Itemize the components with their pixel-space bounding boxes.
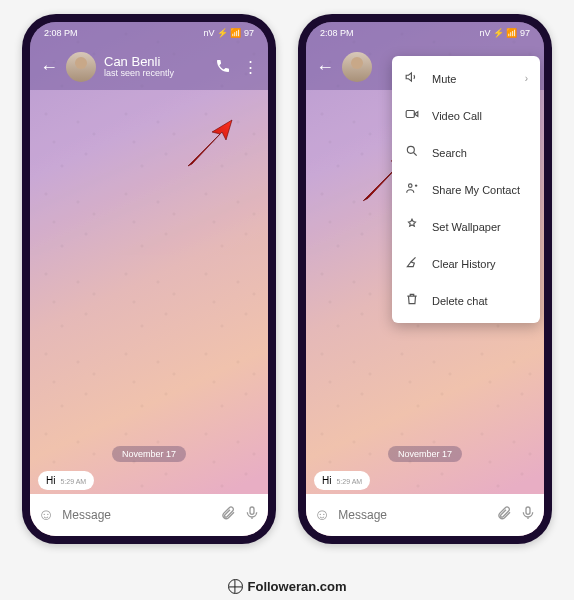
wallpaper-icon xyxy=(404,218,420,235)
search-icon xyxy=(404,144,420,161)
menu-label: Video Call xyxy=(432,110,482,122)
avatar[interactable] xyxy=(342,52,372,82)
date-label: November 17 xyxy=(112,446,186,462)
back-icon[interactable]: ← xyxy=(316,57,334,78)
chat-body[interactable]: November 17 Hi 5:29 AM xyxy=(30,90,268,494)
sticker-icon[interactable]: ☺ xyxy=(314,506,330,524)
footer-credit: Followeran.com xyxy=(0,579,574,594)
back-icon[interactable]: ← xyxy=(40,57,58,78)
menu-label: Mute xyxy=(432,73,456,85)
message-time: 5:29 AM xyxy=(336,478,362,485)
menu-item-video-call[interactable]: Video Call xyxy=(392,97,540,134)
date-label: November 17 xyxy=(388,446,462,462)
trash-icon xyxy=(404,292,420,309)
svg-point-4 xyxy=(409,184,413,188)
share-contact-icon xyxy=(404,181,420,198)
mic-icon[interactable] xyxy=(520,505,536,525)
message-time: 5:29 AM xyxy=(60,478,86,485)
menu-label: Search xyxy=(432,147,467,159)
mic-icon[interactable] xyxy=(244,505,260,525)
svg-rect-0 xyxy=(250,507,254,514)
contact-name: Can Benli xyxy=(104,55,215,69)
menu-item-clear-history[interactable]: Clear History xyxy=(392,245,540,282)
menu-item-share-contact[interactable]: Share My Contact xyxy=(392,171,540,208)
contact-status: last seen recently xyxy=(104,69,215,79)
status-indicators: nV ⚡ 📶 97 xyxy=(203,28,254,38)
sticker-icon[interactable]: ☺ xyxy=(38,506,54,524)
globe-icon xyxy=(228,579,243,594)
menu-item-mute[interactable]: Mute › xyxy=(392,60,540,97)
phone-right: 2:08 PM nV ⚡ 📶 97 ← ⋮ November 17 Hi 5:2… xyxy=(298,14,552,544)
menu-item-search[interactable]: Search xyxy=(392,134,540,171)
status-indicators: nV ⚡ 📶 97 xyxy=(479,28,530,38)
call-icon[interactable] xyxy=(215,58,231,77)
message-text: Hi xyxy=(46,475,55,486)
phone-left: 2:08 PM nV ⚡ 📶 97 ← Can Benli last seen … xyxy=(22,14,276,544)
svg-point-3 xyxy=(407,146,414,153)
message-input[interactable] xyxy=(62,508,212,522)
incoming-message[interactable]: Hi 5:29 AM xyxy=(38,471,94,490)
menu-item-delete-chat[interactable]: Delete chat xyxy=(392,282,540,319)
chevron-right-icon: › xyxy=(525,73,528,84)
video-icon xyxy=(404,107,420,124)
options-menu: Mute › Video Call Search Share My Contac… xyxy=(392,56,540,323)
chat-header: ← Can Benli last seen recently ⋮ xyxy=(30,44,268,90)
message-text: Hi xyxy=(322,475,331,486)
mute-icon xyxy=(404,70,420,87)
attach-icon[interactable] xyxy=(496,505,512,525)
svg-rect-1 xyxy=(526,507,530,514)
incoming-message[interactable]: Hi 5:29 AM xyxy=(314,471,370,490)
status-bar: 2:08 PM nV ⚡ 📶 97 xyxy=(30,22,268,44)
menu-label: Set Wallpaper xyxy=(432,221,501,233)
footer-text: Followeran.com xyxy=(248,579,347,594)
status-bar: 2:08 PM nV ⚡ 📶 97 xyxy=(306,22,544,44)
message-input-bar: ☺ xyxy=(306,494,544,536)
menu-label: Delete chat xyxy=(432,295,488,307)
message-input[interactable] xyxy=(338,508,488,522)
avatar[interactable] xyxy=(66,52,96,82)
svg-rect-2 xyxy=(406,111,414,118)
contact-info[interactable]: Can Benli last seen recently xyxy=(104,55,215,79)
menu-label: Share My Contact xyxy=(432,184,520,196)
status-time: 2:08 PM xyxy=(44,28,78,38)
status-time: 2:08 PM xyxy=(320,28,354,38)
message-input-bar: ☺ xyxy=(30,494,268,536)
menu-item-wallpaper[interactable]: Set Wallpaper xyxy=(392,208,540,245)
menu-label: Clear History xyxy=(432,258,496,270)
more-icon[interactable]: ⋮ xyxy=(243,58,258,76)
broom-icon xyxy=(404,255,420,272)
attach-icon[interactable] xyxy=(220,505,236,525)
